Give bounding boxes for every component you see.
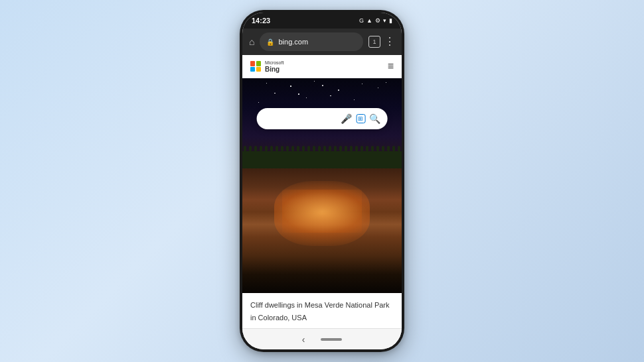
square-blue bbox=[250, 67, 255, 72]
menu-icon: ⋮ bbox=[384, 36, 395, 47]
status-time: 14:23 bbox=[252, 17, 270, 25]
bing-logo: Microsoft Bing bbox=[250, 60, 283, 73]
phone-device: 14:23 G ▲ ⚙ ▾ ▮ ⌂ 🔒 bing.com 1 bbox=[240, 10, 404, 352]
cliff-dwelling-detail bbox=[282, 190, 362, 233]
star bbox=[306, 97, 307, 98]
google-icon: G bbox=[359, 17, 364, 24]
square-red bbox=[250, 61, 255, 66]
hero-image: 🎤 ⊞ 🔍 bbox=[242, 78, 402, 294]
webpage-content: Microsoft Bing ≡ bbox=[242, 55, 402, 328]
notification-icon: ▲ bbox=[366, 17, 372, 24]
visual-search-label: ⊞ bbox=[358, 115, 363, 122]
bing-label: Bing bbox=[265, 66, 283, 73]
phone-screen: 14:23 G ▲ ⚙ ▾ ▮ ⌂ 🔒 bing.com 1 bbox=[242, 13, 402, 349]
bing-header: Microsoft Bing ≡ bbox=[242, 55, 402, 78]
visual-search-icon[interactable]: ⊞ bbox=[356, 114, 365, 123]
lock-icon: 🔒 bbox=[266, 38, 274, 46]
wifi-icon: ▾ bbox=[383, 17, 386, 24]
battery-icon: ▮ bbox=[389, 17, 392, 24]
browser-actions: 1 ⋮ bbox=[368, 36, 395, 48]
home-icon: ⌂ bbox=[249, 36, 254, 47]
status-icons: G ▲ ⚙ ▾ ▮ bbox=[359, 17, 392, 24]
square-green bbox=[256, 61, 261, 66]
tab-count: 1 bbox=[372, 38, 376, 45]
star bbox=[258, 102, 259, 103]
microphone-icon[interactable]: 🎤 bbox=[341, 113, 352, 124]
status-bar: 14:23 G ▲ ⚙ ▾ ▮ bbox=[242, 13, 402, 29]
microsoft-label: Microsoft bbox=[265, 60, 283, 66]
home-indicator[interactable] bbox=[321, 338, 342, 341]
hamburger-menu-button[interactable]: ≡ bbox=[388, 60, 394, 72]
star bbox=[330, 95, 331, 97]
caption-text: Cliff dwellings in Mesa Verde National P… bbox=[250, 301, 390, 321]
star bbox=[290, 86, 291, 87]
settings-alert-icon: ⚙ bbox=[375, 17, 380, 24]
search-icon[interactable]: 🔍 bbox=[369, 113, 380, 124]
star bbox=[298, 93, 299, 95]
search-bar[interactable]: 🎤 ⊞ 🔍 bbox=[257, 108, 388, 129]
tab-count-button[interactable]: 1 bbox=[368, 36, 380, 48]
browser-chrome: ⌂ 🔒 bing.com 1 ⋮ bbox=[242, 29, 402, 55]
star bbox=[314, 81, 315, 82]
address-bar[interactable]: 🔒 bing.com bbox=[260, 32, 363, 51]
star bbox=[274, 93, 276, 94]
home-button[interactable]: ⌂ bbox=[249, 36, 254, 47]
back-button[interactable]: ‹ bbox=[302, 334, 305, 345]
star bbox=[322, 85, 323, 86]
square-yellow bbox=[256, 67, 261, 72]
search-input-area[interactable] bbox=[264, 108, 337, 129]
mesa-verde-scene: 🎤 ⊞ 🔍 bbox=[242, 78, 402, 294]
microsoft-squares-logo bbox=[250, 61, 261, 72]
star bbox=[266, 83, 267, 84]
star bbox=[338, 90, 339, 91]
star bbox=[378, 88, 378, 88]
browser-menu-button[interactable]: ⋮ bbox=[384, 36, 395, 47]
star bbox=[354, 99, 355, 100]
bing-logo-text: Microsoft Bing bbox=[265, 60, 283, 73]
star bbox=[386, 82, 386, 83]
bottom-navigation: ‹ bbox=[242, 328, 402, 349]
star bbox=[362, 84, 362, 84]
image-caption-bar: Cliff dwellings in Mesa Verde National P… bbox=[242, 293, 402, 328]
hamburger-icon: ≡ bbox=[388, 60, 394, 72]
url-text: bing.com bbox=[278, 38, 308, 46]
